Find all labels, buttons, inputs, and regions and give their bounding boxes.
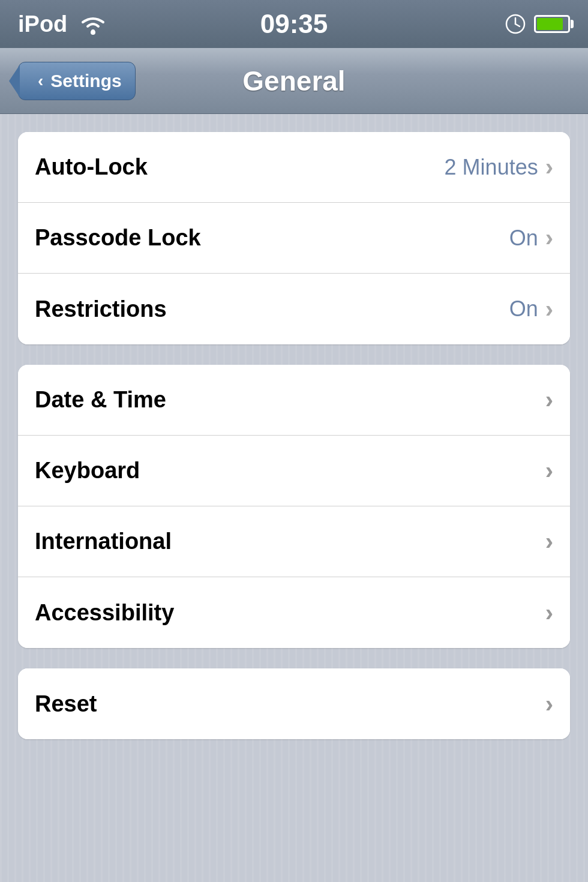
passcode-lock-label: Passcode Lock xyxy=(35,225,201,251)
status-left: iPod xyxy=(18,11,108,37)
battery-icon xyxy=(534,15,570,33)
restrictions-right: On › xyxy=(509,296,553,323)
wifi-icon xyxy=(78,13,108,35)
international-label: International xyxy=(35,529,172,554)
auto-lock-right: 2 Minutes › xyxy=(445,154,553,181)
passcode-lock-chevron-icon: › xyxy=(545,224,553,251)
settings-group-reset: Reset › xyxy=(18,668,570,739)
restrictions-value: On xyxy=(509,296,538,322)
battery-fill xyxy=(537,18,563,30)
nav-title: General xyxy=(242,65,345,97)
date-time-chevron-icon: › xyxy=(545,386,553,413)
back-chevron-icon: ‹ xyxy=(38,71,43,91)
svg-point-0 xyxy=(91,30,95,35)
date-time-right: › xyxy=(545,386,553,413)
device-name: iPod xyxy=(18,11,67,37)
settings-row-auto-lock[interactable]: Auto-Lock 2 Minutes › xyxy=(18,132,570,203)
settings-row-date-time[interactable]: Date & Time › xyxy=(18,365,570,436)
auto-lock-label: Auto-Lock xyxy=(35,154,148,180)
settings-row-accessibility[interactable]: Accessibility › xyxy=(18,577,570,648)
keyboard-label: Keyboard xyxy=(35,458,140,484)
accessibility-label: Accessibility xyxy=(35,600,174,626)
settings-group-security: Auto-Lock 2 Minutes › Passcode Lock On ›… xyxy=(18,132,570,344)
settings-row-reset[interactable]: Reset › xyxy=(18,668,570,739)
passcode-lock-right: On › xyxy=(509,224,553,251)
date-time-label: Date & Time xyxy=(35,387,166,413)
restrictions-chevron-icon: › xyxy=(545,296,553,323)
svg-line-3 xyxy=(515,24,520,26)
auto-lock-value: 2 Minutes xyxy=(445,155,538,180)
settings-row-keyboard[interactable]: Keyboard › xyxy=(18,436,570,506)
international-right: › xyxy=(545,528,553,555)
clock-icon xyxy=(505,14,526,34)
status-bar: iPod 09:35 xyxy=(0,0,588,48)
back-button-label: Settings xyxy=(50,71,121,91)
accessibility-chevron-icon: › xyxy=(545,599,553,626)
settings-row-passcode-lock[interactable]: Passcode Lock On › xyxy=(18,203,570,274)
passcode-lock-value: On xyxy=(509,226,538,251)
status-right xyxy=(505,14,570,34)
accessibility-right: › xyxy=(545,599,553,626)
back-button[interactable]: ‹ Settings xyxy=(18,62,136,100)
auto-lock-chevron-icon: › xyxy=(545,154,553,181)
settings-row-restrictions[interactable]: Restrictions On › xyxy=(18,274,570,344)
international-chevron-icon: › xyxy=(545,528,553,555)
reset-label: Reset xyxy=(35,691,97,717)
nav-bar: ‹ Settings General xyxy=(0,48,588,114)
keyboard-chevron-icon: › xyxy=(545,457,553,484)
settings-group-regional: Date & Time › Keyboard › International ›… xyxy=(18,365,570,648)
keyboard-right: › xyxy=(545,457,553,484)
status-time: 09:35 xyxy=(260,9,328,39)
content-area: Auto-Lock 2 Minutes › Passcode Lock On ›… xyxy=(0,114,588,882)
reset-chevron-icon: › xyxy=(545,691,553,718)
reset-right: › xyxy=(545,691,553,718)
restrictions-label: Restrictions xyxy=(35,296,167,322)
settings-row-international[interactable]: International › xyxy=(18,506,570,577)
